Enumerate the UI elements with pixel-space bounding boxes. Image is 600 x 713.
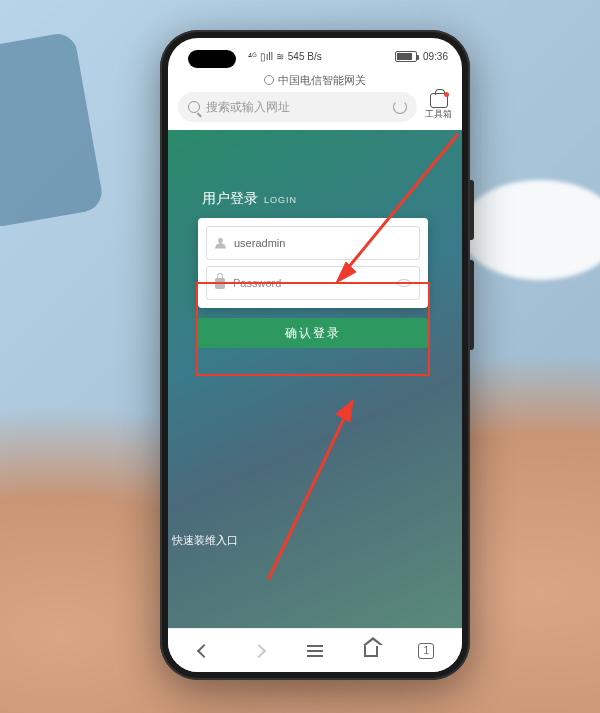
nav-back[interactable] xyxy=(193,640,215,662)
username-field[interactable]: useradmin xyxy=(206,226,420,260)
lock-icon xyxy=(215,278,225,289)
login-title: 用户登录 LOGIN xyxy=(198,190,428,208)
svg-marker-3 xyxy=(336,400,353,422)
globe-icon xyxy=(264,75,274,85)
login-fields: useradmin Password xyxy=(198,218,428,308)
page-title: 中国电信智能网关 xyxy=(278,73,366,88)
power-button xyxy=(470,180,474,240)
browser-title-bar: 中国电信智能网关 xyxy=(168,68,462,92)
network-indicator: ⁴ᴳ ▯ıll ≋ xyxy=(248,51,284,62)
login-button[interactable]: 确认登录 xyxy=(198,318,428,348)
phone-frame: ⁴ᴳ ▯ıll ≋ 545 B/s 09:36 中国电信智能网关 搜索或输入网址… xyxy=(160,30,470,680)
nav-menu[interactable] xyxy=(304,640,326,662)
battery-icon xyxy=(395,51,417,62)
address-placeholder: 搜索或输入网址 xyxy=(206,99,290,116)
camera-cutout xyxy=(188,50,236,68)
network-speed: 545 B/s xyxy=(288,51,322,62)
browser-bottom-nav: 1 xyxy=(168,628,462,672)
volume-button xyxy=(470,260,474,350)
quick-maintenance-link[interactable]: 快速装维入口 xyxy=(172,533,238,548)
password-field[interactable]: Password xyxy=(206,266,420,300)
login-panel: 用户登录 LOGIN useradmin Password 确认登录 xyxy=(198,190,428,348)
search-icon xyxy=(188,101,200,113)
clock: 09:36 xyxy=(423,51,448,62)
nav-tabs[interactable]: 1 xyxy=(415,640,437,662)
nav-forward[interactable] xyxy=(248,640,270,662)
toolbox-button[interactable]: 工具箱 xyxy=(425,93,452,121)
web-page: 用户登录 LOGIN useradmin Password 确认登录 xyxy=(168,130,462,628)
svg-line-2 xyxy=(268,410,348,580)
login-title-cn: 用户登录 xyxy=(202,190,258,208)
refresh-icon[interactable] xyxy=(393,100,407,114)
toolbox-label: 工具箱 xyxy=(425,108,452,121)
visibility-icon[interactable] xyxy=(397,279,411,287)
login-button-label: 确认登录 xyxy=(285,325,341,342)
screen: ⁴ᴳ ▯ıll ≋ 545 B/s 09:36 中国电信智能网关 搜索或输入网址… xyxy=(168,38,462,672)
user-icon xyxy=(215,238,226,249)
password-placeholder: Password xyxy=(233,277,281,289)
username-value: useradmin xyxy=(234,237,285,249)
nav-home[interactable] xyxy=(360,640,382,662)
annotation-arrow-2 xyxy=(238,390,368,590)
toolbox-icon xyxy=(430,93,448,108)
login-title-en: LOGIN xyxy=(264,195,297,205)
address-bar[interactable]: 搜索或输入网址 xyxy=(178,92,417,122)
